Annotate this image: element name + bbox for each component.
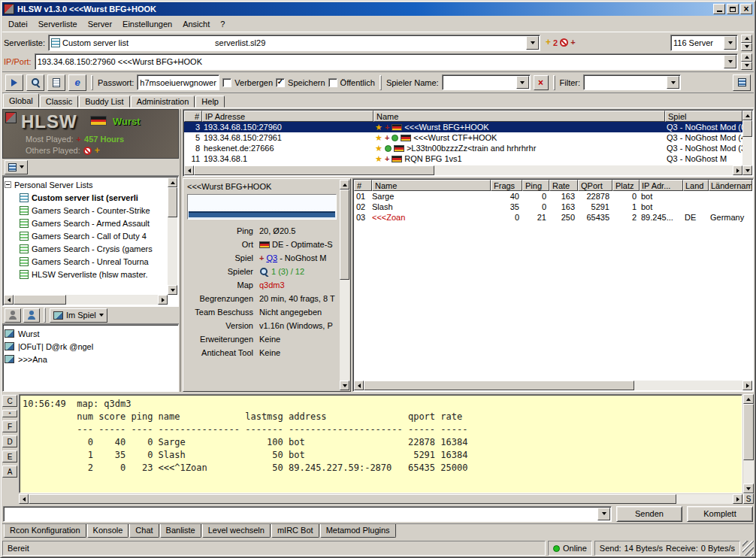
menu-ansicht[interactable]: Ansicht [177,18,215,30]
tree-item[interactable]: Gamers Search - Armed Assault [5,217,167,229]
buddy-row[interactable]: >>>Ana [5,353,177,365]
tree-item[interactable]: Gamers Search - Unreal Tourna [5,255,167,268]
crosshair-gold-icon[interactable]: + [546,38,551,47]
buddy-search-button[interactable] [23,308,40,323]
tab-rcon-konfiguration[interactable]: Rcon Konfiguration [4,524,86,538]
scroll-down-button[interactable] [743,484,754,493]
serverlist-dropdown-button[interactable] [526,36,539,50]
menu-server[interactable]: Server [83,18,117,30]
menu-datei[interactable]: Datei [3,18,33,30]
tree-root[interactable]: Personal Server Lists [5,178,167,191]
scroll-track[interactable] [194,165,733,175]
scroll-track[interactable] [364,381,742,390]
server-table-vscrollbar[interactable] [742,111,752,175]
scroll-up-button[interactable] [340,180,349,190]
tab-help[interactable]: Help [195,96,225,108]
server-row[interactable]: 11 193.34.68.1 ★ + RQN BFG 1vs1 Q3 - NoG… [184,153,742,164]
tree-hscrollbar[interactable] [4,295,168,305]
server-row[interactable]: 8 heskenet.de:27666 ★ >L33tn00bzzzZz<tra… [184,143,742,153]
resize-grip[interactable] [742,541,754,556]
scroll-track[interactable] [340,190,349,381]
list-view-button[interactable] [5,160,28,174]
column-header-ping[interactable]: Ping [522,180,549,191]
console-filter-a-button[interactable]: A [2,466,17,478]
search-icon[interactable] [259,267,269,277]
tab-administration[interactable]: Administration [131,96,195,108]
count-badge-icon[interactable]: 2 [553,38,558,47]
no-entry-icon[interactable] [560,38,568,47]
scroll-down-button[interactable] [742,165,752,175]
tab-banliste[interactable]: Banliste [160,524,201,538]
spin-up-button[interactable] [741,35,752,43]
scroll-left-button[interactable] [184,165,194,175]
buddy-row[interactable]: Wurst [5,327,177,340]
game-link[interactable]: Q3 [266,253,277,262]
tree-vscrollbar[interactable] [168,177,177,295]
tree-item[interactable]: Gamers Search - Crysis (gamers [5,242,167,255]
buddy-add-button[interactable] [5,308,21,323]
ipport-dropdown-button[interactable] [724,55,736,68]
tab-classic[interactable]: Classic [40,96,78,108]
server-row[interactable]: 5 193.34.68.150:27961 ★ + <<<Wurst CTF+H… [184,132,742,143]
column-header-rate[interactable]: Rate [549,180,578,191]
refresh-button[interactable] [26,74,44,91]
hide-checkbox[interactable]: Verbergen [222,78,273,87]
scroll-thumb[interactable] [364,381,634,390]
console-filter-f-button[interactable]: F [2,420,17,432]
column-header-landname[interactable]: Ländername [709,180,752,191]
scroll-right-button[interactable] [733,165,742,175]
spin-up-button[interactable] [741,53,752,62]
scroll-up-button[interactable] [742,111,752,120]
menu-help[interactable]: ? [215,18,230,30]
tab-level-wechseln[interactable]: Level wechseln [202,524,271,538]
tree-item[interactable]: HLSW Serverliste (hlsw master. [5,268,167,281]
column-header-qport[interactable]: QPort [578,180,612,191]
scroll-thumb[interactable] [742,120,752,137]
buddy-row[interactable]: |OFuT| D@rk @ngel [5,340,177,353]
scroll-up-button[interactable] [743,394,754,404]
app-icon[interactable] [4,4,14,14]
console-output[interactable]: 10:56:49 map: q3dm3 num score ping name … [19,394,742,493]
console-filter-c-button[interactable]: C [2,395,17,407]
scroll-thumb[interactable] [340,190,349,280]
checkbox-icon[interactable] [328,78,337,87]
server-count-combo[interactable]: 116 Server [670,35,738,51]
server-table-hscrollbar[interactable] [184,165,742,175]
spin-down-button[interactable] [741,62,752,70]
detail-map-value[interactable]: q3dm3 [259,281,340,290]
player-row[interactable]: 03 <<<Zoan 0 21 250 65435 2 89.245... DE… [354,212,752,223]
tab-buddy-list[interactable]: Buddy List [79,96,129,108]
tab-global[interactable]: Global [3,93,39,108]
player-row[interactable]: 02 Slash 35 0 163 5291 1 bot [354,202,752,212]
column-header-ip[interactable]: IP Adr... [640,180,683,191]
tab-mirc-bot[interactable]: mIRC Bot [271,524,319,538]
serverlist-combo[interactable]: Custom server list serverlist.sl29 [48,35,540,51]
scroll-thumb[interactable] [168,187,177,217]
column-header-frags[interactable]: Frags [491,180,522,191]
filter-dropdown-button[interactable] [667,76,679,89]
detail-vscrollbar[interactable] [340,180,349,390]
collapse-icon[interactable] [5,181,11,188]
column-header-num[interactable]: # [354,180,372,191]
console-filter-small-button[interactable]: * [2,410,17,417]
scroll-thumb[interactable] [743,404,754,460]
console-filter-d-button[interactable]: D [2,435,17,447]
column-header-platz[interactable]: Platz [612,180,640,191]
menu-serverliste[interactable]: Serverliste [33,18,83,30]
column-header-name[interactable]: Name [373,111,665,122]
player-name-dropdown-button[interactable] [516,76,529,89]
tree-item[interactable]: Gamers Search - Counter-Strike [5,204,167,217]
scroll-track[interactable] [743,404,754,484]
column-header-ip[interactable]: IP Adresse [202,111,373,122]
spin-down-button[interactable] [741,43,752,51]
minimize-button[interactable] [713,4,725,14]
scroll-thumb[interactable] [29,494,676,504]
console-filter-e-button[interactable]: E [2,450,17,462]
ipport-combo[interactable]: 193.34.68.150:27960 <<<Wurst BFG+HOOK [35,53,738,70]
player-table-hscrollbar[interactable] [354,381,752,390]
checkbox-icon[interactable] [276,78,285,87]
column-header-game[interactable]: Spiel [665,111,742,122]
buddy-filter-button[interactable]: Im Spiel [50,308,107,323]
player-row[interactable]: 01 Sarge 40 0 163 22878 0 bot [354,191,752,202]
filter-settings-button[interactable] [733,74,751,91]
